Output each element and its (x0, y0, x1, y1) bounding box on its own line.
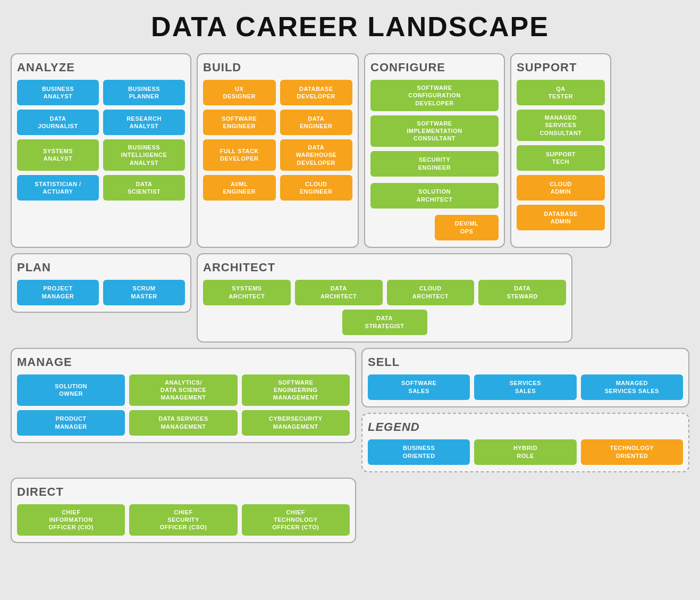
role-sw-impl-consultant[interactable]: SOFTWAREIMPLEMENTATIONCONSULTANT (370, 115, 499, 147)
legend-business-oriented: BUSINESSORIENTED (368, 439, 470, 465)
role-database-admin[interactable]: DATABASEADMIN (517, 205, 605, 230)
role-managed-services-sales[interactable]: MANAGEDSERVICES SALES (581, 374, 683, 400)
direct-title: DIRECT (17, 485, 350, 499)
role-cio[interactable]: CHIEFINFORMATIONOFFICER (CIO) (17, 504, 125, 536)
role-cybersecurity-mgmt[interactable]: CYBERSECURITYMANAGEMENT (242, 410, 350, 436)
role-solution-owner[interactable]: SOLUTIONOWNER (17, 374, 125, 406)
support-title: SUPPORT (517, 61, 605, 74)
role-scrum-master[interactable]: SCRUMMASTER (103, 280, 185, 305)
role-managed-services-consultant[interactable]: MANAGEDSERVICESCONSULTANT (517, 110, 605, 141)
legend-hybrid-role: HYBRIDROLE (474, 439, 576, 465)
legend-title: LEGEND (368, 420, 683, 434)
role-qa-tester[interactable]: QATESTER (517, 80, 605, 105)
role-project-manager[interactable]: PROJECTMANAGER (17, 280, 99, 305)
role-database-developer[interactable]: DATABASEDEVELOPER (280, 80, 353, 105)
role-product-manager[interactable]: PRODUCTMANAGER (17, 410, 125, 436)
page-title: DATA CAREER LANDSCAPE (11, 11, 689, 43)
architect-section: ARCHITECT SYSTEMSARCHITECT DATAARCHITECT… (197, 253, 572, 343)
role-devml-ops[interactable]: DEV/MLOPS (435, 215, 499, 240)
role-data-strategist[interactable]: DATASTRATEGIST (342, 310, 427, 335)
support-section: SUPPORT QATESTER MANAGEDSERVICESCONSULTA… (510, 53, 611, 248)
role-dw-developer[interactable]: DATAWAREHOUSEDEVELOPER (280, 139, 353, 171)
manage-title: MANAGE (17, 355, 350, 369)
direct-section: DIRECT CHIEFINFORMATIONOFFICER (CIO) CHI… (11, 478, 356, 543)
role-cloud-admin[interactable]: CLOUDADMIN (517, 175, 605, 201)
role-cloud-engineer[interactable]: CLOUDENGINEER (280, 175, 353, 201)
role-solution-architect-configure[interactable]: SOLUTIONARCHITECT (370, 183, 499, 209)
role-analytics-management[interactable]: ANALYTICS/DATA SCIENCEMANAGEMENT (129, 374, 237, 406)
analyze-section: ANALYZE BUSINESSANALYST BUSINESSPLANNER … (11, 53, 191, 248)
role-research-analyst[interactable]: RESEARCHANALYST (103, 110, 185, 135)
role-cloud-architect[interactable]: CLOUDARCHITECT (387, 280, 475, 305)
sell-title: SELL (368, 355, 683, 369)
sell-section: SELL SOFTWARESALES SERVICESSALES MANAGED… (361, 348, 689, 407)
role-sw-eng-management[interactable]: SOFTWAREENGINEERINGMANAGEMENT (242, 374, 350, 406)
role-security-engineer[interactable]: SECURITYENGINEER (370, 151, 499, 177)
plan-title: PLAN (17, 261, 185, 274)
role-ux-designer[interactable]: UXDESIGNER (203, 80, 276, 105)
role-software-engineer[interactable]: SOFTWAREENGINEER (203, 110, 276, 135)
role-fullstack-developer[interactable]: FULL STACKDEVELOPER (203, 139, 276, 171)
role-systems-architect[interactable]: SYSTEMSARCHITECT (203, 280, 291, 305)
plan-section: PLAN PROJECTMANAGER SCRUMMASTER (11, 253, 191, 313)
legend-technology-oriented: TECHNOLOGYORIENTED (581, 439, 683, 465)
role-support-tech[interactable]: SUPPORTTECH (517, 145, 605, 171)
role-systems-analyst[interactable]: SYSTEMSANALYST (17, 139, 99, 171)
analyze-title: ANALYZE (17, 61, 185, 74)
role-data-steward[interactable]: DATASTEWARD (478, 280, 566, 305)
role-cto[interactable]: CHIEFTECHNOLOGYOFFICER (CTO) (242, 504, 350, 536)
build-title: BUILD (203, 61, 352, 74)
build-section: BUILD UXDESIGNER DATABASEDEVELOPER SOFTW… (197, 53, 359, 248)
role-aiml-engineer[interactable]: AI/MLENGINEER (203, 175, 276, 201)
role-data-scientist[interactable]: DATASCIENTIST (103, 175, 185, 201)
role-business-planner[interactable]: BUSINESSPLANNER (103, 80, 185, 105)
role-cso[interactable]: CHIEFSECURITYOFFICER (CSO) (129, 504, 237, 536)
legend-section: LEGEND BUSINESSORIENTED HYBRIDROLE TECHN… (361, 413, 689, 472)
role-data-engineer[interactable]: DATAENGINEER (280, 110, 353, 135)
role-data-architect[interactable]: DATAARCHITECT (295, 280, 383, 305)
architect-title: ARCHITECT (203, 261, 566, 274)
manage-section: MANAGE SOLUTIONOWNER ANALYTICS/DATA SCIE… (11, 348, 356, 443)
role-data-services-mgmt[interactable]: DATA SERVICESMANAGEMENT (129, 410, 237, 436)
configure-section: CONFIGURE SOFTWARECONFIGURATIONDEVELOPER… (364, 53, 505, 248)
role-business-analyst[interactable]: BUSINESSANALYST (17, 80, 99, 105)
configure-title: CONFIGURE (370, 61, 499, 74)
role-statistician[interactable]: STATISTICIAN /ACTUARY (17, 175, 99, 201)
role-services-sales[interactable]: SERVICESSALES (474, 374, 576, 400)
role-data-journalist[interactable]: DATAJOURNALIST (17, 110, 99, 135)
role-sw-config-developer[interactable]: SOFTWARECONFIGURATIONDEVELOPER (370, 80, 499, 111)
role-bi-analyst[interactable]: BUSINESSINTELLIGENCEANALYST (103, 139, 185, 171)
role-software-sales[interactable]: SOFTWARESALES (368, 374, 470, 400)
